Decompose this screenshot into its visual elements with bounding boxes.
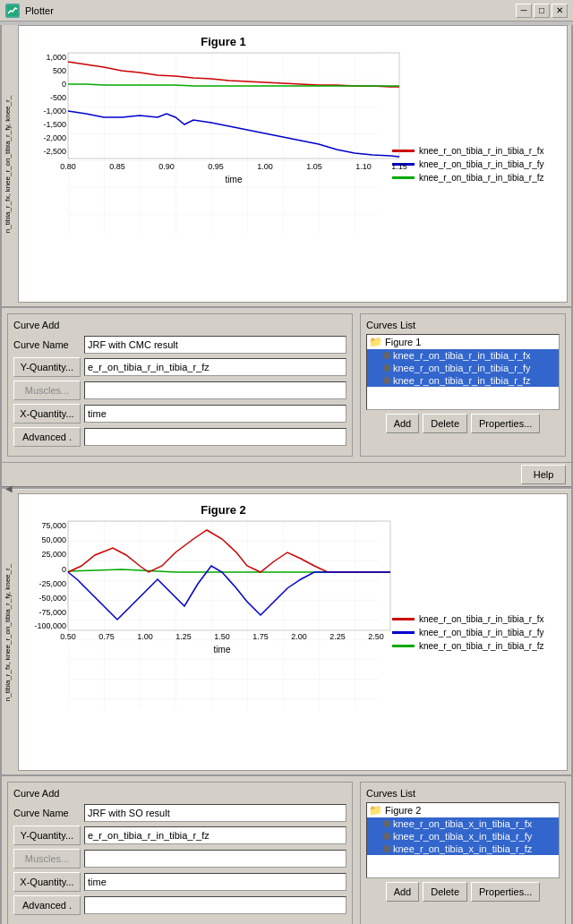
- maximize-button[interactable]: □: [534, 4, 550, 18]
- legend2-item-fz: knee_r_on_tibia_r_in_tibia_r_fz: [392, 641, 562, 651]
- delete-button-1[interactable]: Delete: [423, 414, 467, 433]
- curves-tree-1[interactable]: 📁 Figure 1 knee_r_on_tibia_r_in_tibia_r_…: [366, 334, 560, 410]
- window-title: Plotter: [25, 5, 516, 16]
- figure1-section: n_tibia_r_fx, knee_r_on_tibia_r_fy, knee…: [2, 25, 571, 303]
- svg-text:2.25: 2.25: [329, 632, 346, 641]
- tree-label-1-fz: knee_r_on_tibia_r_in_tibia_r_fz: [393, 375, 531, 386]
- tree-item-2-fy[interactable]: knee_r_on_tibia_x_in_tibia_r_fy: [367, 830, 559, 843]
- svg-text:1.75: 1.75: [252, 632, 269, 641]
- figure2-folder-label: Figure 2: [385, 805, 421, 816]
- tree-label-2-fx: knee_r_on_tibia_x_in_tibia_r_fx: [393, 818, 532, 829]
- svg-text:0: 0: [62, 80, 66, 89]
- y-quantity-input-1[interactable]: [84, 358, 346, 376]
- legend-item-fx: knee_r_on_tibia_r_in_tibia_r_fx: [392, 146, 562, 156]
- svg-text:1.00: 1.00: [137, 632, 153, 641]
- y-quantity-button-2[interactable]: Y-Quantity...: [13, 826, 81, 845]
- curves-list-box-1: Curves List 📁 Figure 1 knee_r_on_tibia_r…: [360, 313, 566, 457]
- curve-add-box-2: Curve Add Curve Name Y-Quantity... Muscl…: [7, 782, 353, 924]
- curve-name-input-1[interactable]: [84, 336, 346, 354]
- advanced-button-1[interactable]: Advanced .: [13, 427, 81, 447]
- svg-text:25,000: 25,000: [41, 550, 66, 559]
- svg-text:75,000: 75,000: [41, 521, 66, 530]
- dot-icon-2-fy: [383, 833, 390, 840]
- legend2-line-fx: [392, 618, 415, 620]
- properties-button-2[interactable]: Properties...: [471, 882, 540, 902]
- figure1-legend: knee_r_on_tibia_r_in_tibia_r_fx knee_r_o…: [388, 26, 567, 302]
- curve-add-title-1: Curve Add: [13, 320, 346, 330]
- curves-list-title-2: Curves List: [366, 788, 560, 799]
- tree-item-2-fx[interactable]: knee_r_on_tibia_x_in_tibia_r_fx: [367, 817, 559, 830]
- legend-label-fz: knee_r_on_tibia_r_in_tibia_r_fz: [419, 173, 544, 183]
- close-button[interactable]: ✕: [552, 4, 568, 18]
- legend2-line-fz: [392, 645, 415, 647]
- x-quantity-button-1[interactable]: X-Quantity...: [13, 404, 81, 424]
- svg-text:0.90: 0.90: [158, 162, 175, 171]
- minimize-button[interactable]: ─: [516, 4, 532, 18]
- tree-item-1-fx[interactable]: knee_r_on_tibia_r_in_tibia_r_fx: [367, 349, 559, 362]
- svg-text:2.00: 2.00: [291, 632, 307, 641]
- tree-item-1-fy[interactable]: knee_r_on_tibia_r_in_tibia_r_fy: [367, 362, 559, 374]
- curve-add-title-2: Curve Add: [13, 788, 346, 799]
- svg-text:-500: -500: [50, 93, 66, 102]
- figure1-side-label: n_tibia_r_fx, knee_r_on_tibia_r_fy, knee…: [2, 25, 14, 303]
- advanced-input-2[interactable]: [84, 896, 346, 914]
- svg-text:1.00: 1.00: [257, 162, 273, 171]
- dot-icon-2-fz: [383, 845, 390, 852]
- delete-button-2[interactable]: Delete: [423, 882, 467, 902]
- control-panel-2: Curve Add Curve Name Y-Quantity... Muscl…: [2, 774, 571, 924]
- legend-label-fy: knee_r_on_tibia_r_in_tibia_r_fy: [419, 159, 544, 169]
- muscles-button-1[interactable]: Muscles...: [13, 381, 81, 400]
- svg-text:-1,000: -1,000: [43, 107, 66, 116]
- svg-text:time: time: [214, 645, 231, 654]
- svg-text:1.50: 1.50: [214, 632, 230, 641]
- add-button-1[interactable]: Add: [386, 414, 420, 433]
- folder-icon-1: 📁: [369, 336, 382, 348]
- dot-icon-1-fz: [383, 377, 390, 384]
- y-quantity-input-2[interactable]: [84, 826, 346, 844]
- control-panel-1: Curve Add Curve Name Y-Quantity... Muscl…: [2, 306, 571, 462]
- figure2-folder[interactable]: 📁 Figure 2: [367, 803, 559, 817]
- muscles-button-2[interactable]: Muscles...: [13, 849, 81, 868]
- svg-text:50,000: 50,000: [41, 535, 66, 544]
- svg-text:-100,000: -100,000: [34, 621, 66, 630]
- curve-name-row-1: Curve Name: [13, 336, 346, 354]
- muscles-input-2[interactable]: [84, 850, 346, 868]
- help-button-1[interactable]: Help: [521, 465, 566, 484]
- advanced-input-1[interactable]: [84, 428, 346, 446]
- dot-icon-1-fy: [383, 364, 390, 372]
- folder-icon-2: 📁: [369, 804, 382, 817]
- y-quantity-button-1[interactable]: Y-Quantity...: [13, 357, 81, 377]
- x-quantity-input-1[interactable]: [84, 405, 346, 423]
- legend2-label-fz: knee_r_on_tibia_r_in_tibia_r_fz: [419, 641, 544, 651]
- svg-text:0.75: 0.75: [98, 632, 115, 641]
- svg-text:1.15: 1.15: [391, 162, 407, 171]
- advanced-button-2[interactable]: Advanced .: [13, 895, 81, 915]
- svg-text:2.50: 2.50: [368, 632, 384, 641]
- tree-item-1-fz[interactable]: knee_r_on_tibia_r_in_tibia_r_fz: [367, 374, 559, 387]
- dot-icon-1-fx: [383, 352, 390, 359]
- curve-name-input-2[interactable]: [84, 804, 346, 822]
- divider-arrow: ◀: [5, 483, 13, 493]
- svg-text:-2,000: -2,000: [43, 133, 66, 142]
- muscles-row-2: Muscles...: [13, 849, 346, 868]
- window-controls: ─ □ ✕: [516, 4, 568, 18]
- figure2-side-label: n_tibia_r_fx, knee_r_on_tibia_r_fy, knee…: [2, 493, 14, 771]
- svg-text:1.10: 1.10: [355, 162, 372, 171]
- add-button-2[interactable]: Add: [386, 882, 420, 902]
- svg-text:0: 0: [62, 565, 66, 574]
- muscles-input-1[interactable]: [84, 381, 346, 399]
- x-quantity-row-1: X-Quantity...: [13, 404, 346, 424]
- svg-text:0.95: 0.95: [208, 162, 224, 171]
- properties-button-1[interactable]: Properties...: [471, 414, 540, 433]
- advanced-row-1: Advanced .: [13, 427, 346, 447]
- x-quantity-button-2[interactable]: X-Quantity...: [13, 872, 81, 892]
- curves-tree-2[interactable]: 📁 Figure 2 knee_r_on_tibia_x_in_tibia_r_…: [366, 802, 560, 878]
- svg-text:1.05: 1.05: [306, 162, 322, 171]
- advanced-row-2: Advanced .: [13, 895, 346, 915]
- tree-item-2-fz[interactable]: knee_r_on_tibia_x_in_tibia_r_fz: [367, 843, 559, 855]
- x-quantity-input-2[interactable]: [84, 873, 346, 891]
- figure1-folder[interactable]: 📁 Figure 1: [367, 335, 559, 349]
- svg-text:0.50: 0.50: [60, 632, 76, 641]
- curves-list-box-2: Curves List 📁 Figure 2 knee_r_on_tibia_x…: [360, 782, 566, 924]
- dot-icon-2-fx: [383, 820, 390, 827]
